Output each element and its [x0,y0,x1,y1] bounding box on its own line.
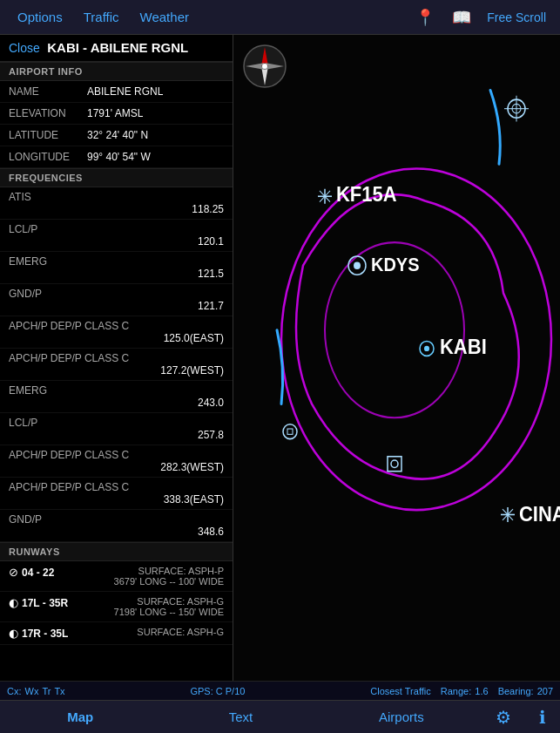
runway-icon: ◐ [9,627,18,640]
frequency-value: 348.6 [0,526,233,542]
runway-name: 17L - 35R [22,597,68,609]
longitude-row: LONGITUDE 99° 40' 54" W [0,146,233,168]
frequency-value: 127.2(WEST) [0,364,233,381]
weather-nav-item[interactable]: Weather [130,6,199,28]
elevation-row: ELEVATION 1791' AMSL [0,103,233,125]
range-label: Range: [441,686,471,696]
frequency-item: GND/P 348.6 [0,510,233,542]
frequency-item: ATIS 118.25 [0,187,233,220]
cx-label: Cx: [7,686,22,696]
frequencies-list: ATIS 118.25 LCL/P 120.1 EMERG 121.5 GND/… [0,187,233,542]
runway-dimensions: 3679' LONG -- 100' WIDE [114,576,224,587]
name-row: NAME ABILENE RGNL [0,81,233,103]
runway-surface: SURFACE: ASPH-G [114,596,224,607]
airport-title: KABI - ABILENE RGNL [47,40,188,55]
svg-text:KDYS: KDYS [371,254,420,275]
frequency-value: 282.3(WEST) [0,461,233,478]
frequency-value: 338.3(EAST) [0,493,233,510]
frequency-label: APCH/P DEP/P CLASS C [0,445,233,461]
frequency-label: GND/P [0,284,233,300]
runways-list: ⊘ 04 - 22 SURFACE: ASPH-P 3679' LONG -- … [0,561,233,645]
map-tab[interactable]: Map [0,702,160,731]
latitude-value: 32° 24' 40" N [87,129,148,141]
latitude-label: LATITUDE [9,129,87,141]
airports-tab[interactable]: Airports [321,702,482,731]
latitude-row: LATITUDE 32° 24' 40" N [0,125,233,146]
text-tab[interactable]: Text [160,702,320,731]
bearing-value: 207 [537,686,553,696]
elevation-value: 1791' AMSL [87,107,143,119]
info-icon[interactable]: ℹ [525,702,560,733]
svg-point-12 [424,346,429,351]
frequency-item: APCH/P DEP/P CLASS C 282.3(WEST) [0,445,233,478]
svg-point-9 [354,261,361,268]
frequency-item: EMERG 121.5 [0,252,233,284]
runway-item: ⊘ 04 - 22 SURFACE: ASPH-P 3679' LONG -- … [0,561,233,592]
wx-status: Wx [25,686,39,696]
runway-name: 17R - 35L [22,628,68,640]
svg-point-32 [262,64,267,69]
name-label: NAME [9,85,87,98]
traffic-nav-item[interactable]: Traffic [73,6,130,28]
frequency-label: LCL/P [0,413,233,429]
svg-text:CINAD: CINAD [519,502,560,526]
svg-text:KF15A: KF15A [336,182,397,206]
airport-info-panel: Close KABI - ABILENE RGNL AIRPORT INFO N… [0,35,233,681]
frequency-item: APCH/P DEP/P CLASS C 338.3(EAST) [0,478,233,510]
runway-surface: SURFACE: ASPH-P [114,566,224,576]
elevation-label: ELEVATION [9,107,87,119]
frequency-value: 118.25 [0,203,233,220]
frequency-item: LCL/P 120.1 [0,220,233,252]
tr-status: Tr [42,686,51,696]
runway-dimensions: 7198' LONG -- 150' WIDE [114,607,224,617]
bottom-tab-bar: Map Text Airports ⚙ ℹ [0,700,560,733]
panel-header: Close KABI - ABILENE RGNL [0,35,233,62]
close-button[interactable]: Close [9,41,40,55]
frequency-value: 121.7 [0,300,233,316]
bearing-label: Bearing: [498,686,534,696]
airport-info-section-header: AIRPORT INFO [0,62,233,81]
runway-name: 04 - 22 [22,567,54,579]
frequencies-section-header: FREQUENCIES [0,168,233,187]
range-value: 1.6 [475,686,488,696]
frequency-value: 121.5 [0,268,233,284]
top-nav-bar: Options Traffic Weather 📍 📖 Free Scroll [0,0,560,35]
frequency-value: 243.0 [0,397,233,413]
frequency-label: ATIS [0,187,233,203]
frequency-item: APCH/P DEP/P CLASS C 125.0(EAST) [0,316,233,349]
book-icon[interactable]: 📖 [443,4,480,31]
runway-item: ◐ 17R - 35L SURFACE: ASPH-G [0,622,233,645]
frequency-label: APCH/P DEP/P CLASS C [0,478,233,493]
frequency-label: GND/P [0,510,233,526]
compass-rose [242,44,287,89]
runway-icon: ⊘ [9,566,18,579]
runway-surface: SURFACE: ASPH-G [137,627,224,637]
runway-icon: ◐ [9,596,18,609]
longitude-label: LONGITUDE [9,151,87,163]
frequency-value: 125.0(EAST) [0,332,233,349]
frequency-item: APCH/P DEP/P CLASS C 127.2(WEST) [0,349,233,381]
frequency-label: APCH/P DEP/P CLASS C [0,349,233,364]
frequency-item: EMERG 243.0 [0,381,233,413]
svg-text:KABI: KABI [440,336,487,359]
settings-icon[interactable]: ⚙ [482,702,525,733]
frequency-item: LCL/P 257.8 [0,413,233,445]
status-bar: Cx: Wx Tr Tx GPS: C P/10 Closest Traffic… [0,681,560,700]
gps-status: GPS: C P/10 [190,686,245,696]
frequency-item: GND/P 121.7 [0,284,233,316]
frequency-value: 120.1 [0,235,233,252]
longitude-value: 99° 40' 54" W [87,151,151,163]
frequency-label: APCH/P DEP/P CLASS C [0,316,233,332]
frequency-label: EMERG [0,252,233,268]
runways-section-header: RUNWAYS [0,542,233,561]
runway-item: ◐ 17L - 35R SURFACE: ASPH-G 7198' LONG -… [0,592,233,622]
free-scroll-button[interactable]: Free Scroll [480,7,553,28]
options-nav-item[interactable]: Options [7,6,73,28]
map-area[interactable]: KF15A KDYS KABI CINAD [233,35,560,681]
tx-status: Tx [54,686,64,696]
frequency-label: EMERG [0,381,233,397]
pin-icon[interactable]: 📍 [407,4,443,31]
name-value: ABILENE RGNL [87,85,163,98]
frequency-label: LCL/P [0,220,233,235]
frequency-value: 257.8 [0,429,233,445]
